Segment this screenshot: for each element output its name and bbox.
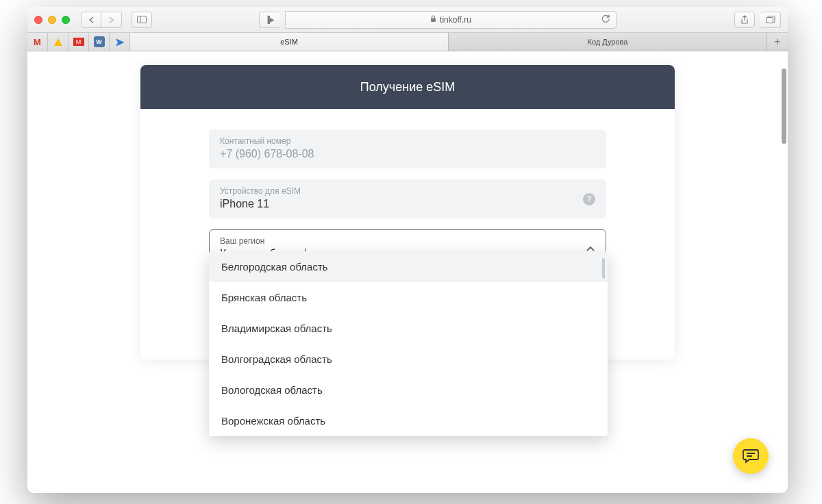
favorites-row: M M W ➤ <box>27 33 130 51</box>
dropdown-option[interactable]: Волгоградская область <box>209 344 608 375</box>
right-toolbar <box>734 12 781 28</box>
url-text: tinkoff.ru <box>440 15 471 25</box>
card-title: Получение eSIM <box>140 65 675 109</box>
tab-esim[interactable]: eSIM <box>130 33 449 51</box>
close-window-button[interactable] <box>34 16 42 24</box>
help-icon[interactable]: ? <box>583 193 595 205</box>
region-dropdown: Белгородская область Брянская область Вл… <box>209 251 608 436</box>
contact-field[interactable]: Контактный номер +7 (960) 678-08-08 <box>209 129 606 168</box>
browser-window: ▐▶ tinkoff.ru M M W ➤ <box>27 7 788 493</box>
chevron-right-icon <box>108 16 114 23</box>
favorite-drive[interactable] <box>48 33 68 51</box>
dropdown-option[interactable]: Воронежская область <box>209 405 608 436</box>
tab-kod-durova[interactable]: Код Дурова <box>449 33 767 51</box>
region-label: Ваш регион <box>220 236 595 246</box>
favorite-vk[interactable]: W <box>89 33 110 51</box>
plus-icon: + <box>774 36 780 48</box>
svg-rect-0 <box>138 16 147 23</box>
arrow-icon: ➤ <box>115 36 124 49</box>
reader-icon: ▐▶ <box>265 16 274 23</box>
address-bar[interactable]: tinkoff.ru <box>285 11 616 29</box>
esim-card: Получение eSIM Контактный номер +7 (960)… <box>140 65 675 360</box>
chevron-left-icon <box>88 16 95 23</box>
window-scrollbar[interactable] <box>782 68 786 144</box>
tabs-overview-button[interactable] <box>760 12 781 28</box>
vk-icon: W <box>94 36 105 47</box>
new-tab-button[interactable]: + <box>767 33 788 51</box>
share-icon <box>740 15 749 25</box>
titlebar: ▐▶ tinkoff.ru <box>27 7 788 33</box>
drive-icon <box>54 38 62 46</box>
refresh-button[interactable] <box>601 14 610 25</box>
favorite-gmail-alt[interactable]: M <box>68 33 89 51</box>
svg-rect-2 <box>431 18 436 22</box>
maximize-window-button[interactable] <box>62 16 70 24</box>
page-viewport: Получение eSIM Контактный номер +7 (960)… <box>27 51 788 493</box>
sidebar-button[interactable] <box>132 12 152 28</box>
nav-buttons <box>81 12 122 28</box>
forward-button[interactable] <box>101 12 122 28</box>
contact-value: +7 (960) 678-08-08 <box>220 148 595 160</box>
device-field[interactable]: Устройство для eSIM iPhone 11 ? <box>209 179 606 218</box>
dropdown-option[interactable]: Брянская область <box>209 282 608 313</box>
window-controls <box>34 16 70 24</box>
tab-label: Код Дурова <box>588 38 628 46</box>
favorite-arrow[interactable]: ➤ <box>110 33 130 51</box>
refresh-icon <box>601 14 610 23</box>
contact-label: Контактный номер <box>220 136 595 146</box>
chat-icon <box>743 449 759 464</box>
sidebar-icon <box>137 16 147 23</box>
tabstrip: M M W ➤ eSIM Код Дурова + <box>27 33 788 51</box>
svg-rect-3 <box>766 17 773 23</box>
tabs-icon <box>766 16 775 24</box>
back-button[interactable] <box>81 12 101 28</box>
lock-icon <box>430 15 436 25</box>
dropdown-option[interactable]: Белгородская область <box>209 251 608 282</box>
favorite-gmail[interactable]: M <box>27 33 48 51</box>
device-value: iPhone 11 <box>220 198 595 210</box>
minimize-window-button[interactable] <box>48 16 56 24</box>
tab-label: eSIM <box>280 38 298 46</box>
reader-button[interactable]: ▐▶ <box>259 12 279 28</box>
dropdown-option[interactable]: Владимирская область <box>209 313 608 344</box>
gmail-icon: M <box>34 37 41 47</box>
dropdown-scrollbar[interactable] <box>602 258 605 279</box>
gmail-alt-icon: M <box>73 38 84 46</box>
device-label: Устройство для eSIM <box>220 186 595 196</box>
dropdown-option[interactable]: Вологодская область <box>209 375 608 405</box>
chat-button[interactable] <box>733 438 769 474</box>
share-button[interactable] <box>734 12 755 28</box>
